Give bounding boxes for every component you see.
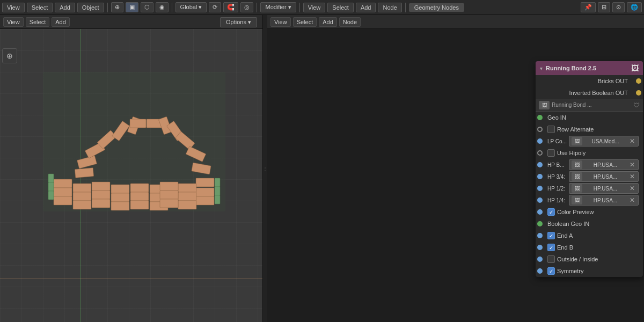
node-select-menu[interactable]: Select	[293, 17, 317, 27]
nodes-canvas[interactable]: ▾ Running Bond 2.5 🖼 Bricks OUT Inverted…	[267, 29, 644, 322]
lp-co-img-select[interactable]: 🖼 USA.Mod... ✕	[569, 136, 639, 147]
hp-34-img-select[interactable]: 🖼 HP.USA... ✕	[569, 171, 639, 182]
color-preview-checkbox[interactable]: ✓	[547, 208, 555, 216]
modifier-mode-btn[interactable]: Modifier ▾	[260, 2, 296, 12]
inv-bool-out-socket[interactable]	[636, 90, 641, 96]
viewport-view-menu[interactable]: View	[3, 17, 24, 27]
bool-geo-in-label: Boolean Geo IN	[547, 221, 639, 227]
sphere-btn[interactable]: 🌐	[627, 2, 642, 12]
collapse-icon[interactable]: ▾	[540, 65, 543, 71]
lp-co-img-icon: 🖼	[572, 137, 582, 145]
pin-btn[interactable]: 📌	[581, 2, 596, 12]
viewport-add-menu[interactable]: Add	[52, 17, 70, 27]
panel-divider[interactable]: ⋮	[263, 15, 267, 322]
node-running-bond-title: Running Bond 2.5	[546, 65, 628, 71]
row-alt-checkbox[interactable]	[547, 126, 555, 133]
outside-inside-checkbox[interactable]	[547, 255, 555, 263]
separator-1	[107, 3, 108, 12]
symmetry-checkbox[interactable]: ✓	[547, 267, 555, 275]
shield-icon[interactable]: 🛡	[633, 101, 640, 109]
hp-b-socket[interactable]	[537, 162, 543, 167]
object-menu[interactable]: Object	[77, 3, 104, 12]
input-row-alternate: Row Alternate	[536, 123, 643, 135]
select-menu-right[interactable]: Select	[327, 3, 354, 12]
transform-mode-btn[interactable]: Global ▾	[175, 2, 207, 12]
node-view-menu[interactable]: View	[270, 17, 291, 27]
lp-co-socket[interactable]	[537, 138, 543, 144]
hp-14-socket[interactable]	[537, 197, 543, 203]
proportional-btn[interactable]: ◎	[240, 2, 253, 12]
viewport-canvas[interactable]: ⊕	[0, 29, 262, 322]
svg-rect-35	[111, 185, 129, 193]
hp-b-img-select[interactable]: 🖼 HP.USA... ✕	[569, 159, 639, 170]
node-img-icon[interactable]: 🖼	[631, 64, 639, 72]
end-b-checkbox[interactable]: ✓	[547, 244, 555, 251]
separator-4	[299, 3, 300, 12]
end-b-socket[interactable]	[537, 245, 543, 250]
bricks-out-socket[interactable]	[636, 78, 641, 84]
use-hipoly-checkbox[interactable]	[547, 149, 555, 157]
symmetry-socket[interactable]	[537, 268, 543, 274]
svg-rect-9	[48, 191, 54, 200]
hp-12-label: HP 1/2:	[547, 186, 567, 192]
sub-header-icon[interactable]: 🖼	[539, 101, 550, 109]
options-btn[interactable]: Options ▾	[220, 17, 257, 27]
node-editor: View Select Add Node ▾ Running Bond 2.5 …	[267, 15, 644, 322]
overlay-btn[interactable]: ⊙	[612, 2, 625, 12]
hp-b-label: HP B...	[547, 162, 567, 168]
hp-14-remove-btn[interactable]: ✕	[628, 196, 636, 204]
geo-nodes-label: Geometry Nodes	[409, 3, 464, 12]
circle-select-btn[interactable]: ◉	[156, 2, 169, 12]
node-node-menu[interactable]: Node	[339, 17, 361, 27]
hp-12-remove-btn[interactable]: ✕	[628, 185, 636, 192]
color-preview-socket[interactable]	[537, 209, 543, 215]
hp-34-remove-btn[interactable]: ✕	[628, 173, 636, 180]
end-a-socket[interactable]	[537, 233, 543, 238]
outside-inside-socket[interactable]	[537, 257, 543, 262]
add-menu-right[interactable]: Add	[356, 3, 376, 12]
wires-svg	[267, 29, 428, 109]
node-running-bond-header[interactable]: ▾ Running Bond 2.5 🖼	[536, 61, 643, 75]
lp-co-remove-btn[interactable]: ✕	[628, 137, 636, 145]
use-hipoly-socket[interactable]	[537, 150, 543, 156]
input-lp-co: LP Co... 🖼 USA.Mod... ✕	[536, 135, 643, 147]
row-alt-socket[interactable]	[537, 127, 543, 132]
svg-rect-16	[130, 119, 146, 128]
hp-12-img-icon: 🖼	[572, 184, 582, 193]
svg-rect-37	[111, 202, 129, 210]
transform-icon-btn[interactable]: ⟳	[209, 2, 221, 12]
bool-geo-in-socket[interactable]	[537, 221, 543, 226]
node-add-menu[interactable]: Add	[319, 17, 337, 27]
geo-in-socket[interactable]	[537, 115, 543, 120]
hp-b-remove-btn[interactable]: ✕	[628, 161, 636, 169]
snap-btn[interactable]: 🧲	[223, 2, 238, 12]
view-menu-left[interactable]: View	[2, 3, 25, 12]
snap-grid-btn[interactable]: ⊞	[598, 2, 610, 12]
node-menu[interactable]: Node	[378, 3, 401, 12]
node-running-bond-sub-header: 🖼 Running Bond ... 🛡	[536, 99, 643, 112]
hp-34-socket[interactable]	[537, 174, 543, 179]
hp-34-img-icon: 🖼	[572, 172, 582, 181]
end-a-checkbox[interactable]: ✓	[547, 232, 555, 239]
box-select-btn[interactable]: ▣	[126, 2, 138, 12]
svg-rect-38	[130, 184, 149, 192]
hp-14-img-select[interactable]: 🖼 HP.USA... ✕	[569, 195, 639, 206]
viewport-select-menu[interactable]: Select	[26, 17, 50, 27]
hp-12-socket[interactable]	[537, 186, 543, 191]
select-menu-left[interactable]: Select	[27, 3, 53, 12]
node-running-bond[interactable]: ▾ Running Bond 2.5 🖼 Bricks OUT Inverted…	[536, 61, 643, 277]
hp-12-img-select[interactable]: 🖼 HP.USA... ✕	[569, 183, 639, 194]
svg-rect-29	[215, 178, 220, 187]
input-hp-12: HP 1/2: 🖼 HP.USA... ✕	[536, 182, 643, 194]
cursor-tool-btn[interactable]: ⊕	[111, 2, 123, 12]
cursor-tool[interactable]: ⊕	[2, 48, 17, 63]
add-menu-left[interactable]: Add	[55, 3, 75, 12]
hp-34-label: HP 3/4:	[547, 174, 567, 180]
svg-rect-26	[178, 184, 196, 192]
svg-rect-3	[54, 196, 72, 205]
lasso-btn[interactable]: ⬡	[141, 2, 153, 12]
svg-rect-10	[75, 168, 93, 178]
hp-12-img-label: HP.USA...	[594, 186, 617, 192]
color-preview-label: Color Preview	[557, 209, 639, 215]
view-menu-right[interactable]: View	[303, 3, 326, 12]
